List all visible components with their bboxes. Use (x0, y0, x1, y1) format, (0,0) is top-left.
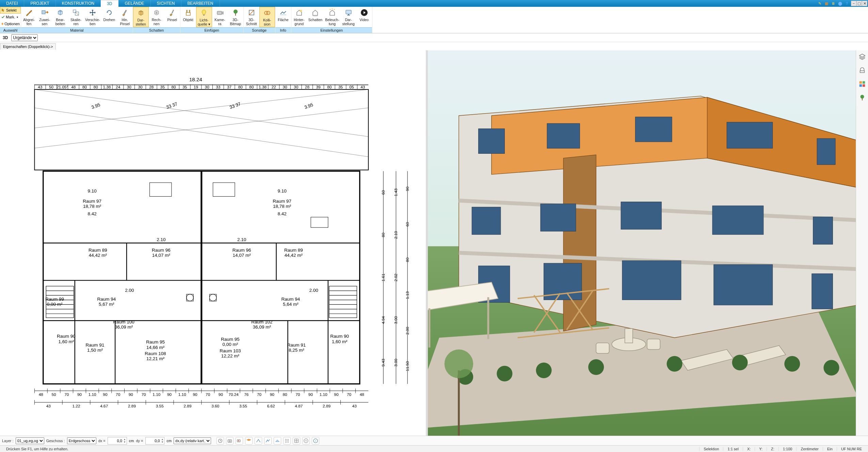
menu-konstruktion[interactable]: KONSTRUKTION (56, 0, 101, 7)
chevron-down-icon: ▾ (17, 16, 18, 19)
record-icon[interactable] (236, 437, 243, 445)
minimize-icon[interactable]: − (851, 1, 856, 6)
tool-icon-3[interactable]: 🗎 (831, 1, 836, 6)
optionen-button[interactable]: Optionen (0, 20, 21, 27)
layers-icon[interactable] (858, 52, 867, 61)
grid-dots-icon[interactable] (283, 437, 291, 445)
properties-tab[interactable]: Eigenschaften (Doppelklick)-> (0, 43, 56, 50)
ribbon-bearbeiten[interactable]: Bear-beiten (52, 7, 68, 27)
menu-bearbeiten[interactable]: BEARBEITEN (181, 0, 220, 7)
geschoss-select[interactable]: Erdgeschoss (67, 437, 96, 444)
layers-toggle-icon[interactable] (245, 437, 253, 445)
ribbon-hintergrund[interactable]: Hinter-grund (291, 7, 307, 27)
ribbon-objekt[interactable]: Objekt (180, 7, 196, 27)
svg-text:05: 05 (350, 85, 354, 89)
menu-datei[interactable]: DATEI (0, 0, 24, 7)
tool-icon-2[interactable]: ▦ (824, 1, 829, 6)
ribbon-pinsel[interactable]: Pinsel (164, 7, 180, 27)
status-ein: Ein (823, 447, 837, 451)
restore-icon[interactable]: ▢ (856, 1, 862, 6)
view-tools: N i (216, 437, 319, 445)
svg-rect-281 (727, 122, 773, 148)
svg-rect-303 (625, 329, 633, 343)
svg-text:1.10: 1.10 (152, 392, 160, 397)
tree-icon[interactable] (858, 93, 867, 102)
tool-icon-4[interactable]: ⬤ (837, 1, 843, 6)
svg-point-314 (785, 356, 800, 372)
group-label-auswahl: Auswahl (0, 27, 21, 33)
menu-projekt[interactable]: PROJEKT (24, 0, 55, 7)
north-icon[interactable]: N (302, 437, 310, 445)
ribbon-video[interactable]: Video (356, 7, 372, 27)
coord-mode-select[interactable]: dx,dy (relativ kart.) (174, 437, 211, 444)
menu-3d[interactable]: 3D (101, 0, 118, 7)
section-icon (247, 8, 256, 17)
snap-icon[interactable] (255, 437, 262, 445)
3d-viewport[interactable] (428, 50, 856, 436)
play-icon (359, 8, 369, 17)
ribbon-lichtquelle[interactable]: Licht-quelle ▾ (196, 7, 212, 27)
svg-text:48: 48 (39, 392, 44, 397)
svg-point-329 (285, 439, 286, 440)
status-flags: UF NUM RE (837, 447, 866, 451)
svg-point-313 (732, 355, 748, 370)
ribbon-hinpinsel[interactable]: Hin.Pinsel (117, 7, 133, 27)
svg-text:1,50 m²: 1,50 m² (87, 348, 103, 353)
layer-select[interactable]: 01_ug,eg,og (16, 437, 44, 444)
ribbon-verschieben[interactable]: Verschie-ben (84, 7, 101, 27)
snapshot-icon[interactable] (226, 437, 234, 445)
svg-point-335 (285, 442, 286, 442)
svg-text:30: 30 (127, 85, 132, 89)
svg-text:48: 48 (360, 392, 365, 397)
grid-lines-icon[interactable] (293, 437, 300, 445)
ribbon-kollision[interactable]: Kolli-sion (259, 7, 275, 27)
ribbon-rechnen[interactable]: ΣRech-nen (149, 7, 164, 27)
ribbon-skalieren[interactable]: Skalie-ren (68, 7, 84, 27)
svg-point-311 (588, 359, 604, 375)
svg-text:Raum 97: Raum 97 (273, 199, 291, 204)
ribbon-3d-schnitt[interactable]: 3D-Schnitt (244, 7, 259, 27)
ribbon-3d-bitmap[interactable]: 3D-Bitmap (228, 7, 243, 27)
menu-gelaende[interactable]: GELÄNDE (118, 0, 150, 7)
close-icon[interactable]: ✕ (862, 1, 867, 6)
svg-point-337 (288, 442, 289, 442)
help-icon[interactable]: ? (844, 1, 850, 6)
house-shadow-icon (310, 8, 320, 17)
svg-text:2.89: 2.89 (128, 404, 136, 408)
mode-label: 3D (1, 35, 9, 40)
svg-text:3.55: 3.55 (156, 404, 164, 408)
furniture-icon[interactable] (858, 66, 867, 75)
context-bar: 3D Urgelände Eigenschaften (Doppelklick)… (0, 33, 868, 50)
svg-text:Raum 96: Raum 96 (152, 248, 171, 253)
plane-icon[interactable] (274, 437, 281, 445)
svg-rect-19 (347, 15, 350, 16)
ribbon-zuweisen[interactable]: Zuwei-sen (37, 7, 52, 27)
mark-button[interactable]: Mark.▾ (0, 14, 21, 20)
svg-rect-278 (479, 129, 505, 153)
ribbon-drehen[interactable]: Drehen (101, 7, 117, 27)
ribbon-darstellung[interactable]: Dar-stellung (341, 7, 356, 27)
svg-rect-0 (42, 11, 45, 14)
dx-input[interactable]: ▲▼ (108, 437, 127, 445)
ribbon-beleuchtung[interactable]: Beleuch-tung (324, 7, 340, 27)
selekt-button[interactable]: Selekt (0, 7, 21, 14)
dy-input[interactable]: ▲▼ (145, 437, 165, 445)
ribbon-abgreifen[interactable]: Abgrei-fen (21, 7, 37, 27)
tool-icon-1[interactable]: ✎ (817, 1, 822, 6)
bottom-toolbar: Layer : 01_ug,eg,og Geschoss : Erdgescho… (0, 436, 868, 445)
ribbon-kamera[interactable]: Kame-ra (212, 7, 228, 27)
history-icon[interactable] (216, 437, 224, 445)
menu-sichten[interactable]: SICHTEN (151, 0, 181, 7)
ribbon-flaeche[interactable]: Fläche (275, 7, 291, 27)
svg-text:6.62: 6.62 (267, 404, 275, 408)
info-icon[interactable]: i (312, 437, 319, 445)
svg-text:4.87: 4.87 (295, 404, 303, 408)
floorplan-viewport[interactable]: 18.24 435021.05°4880801.3824303028358035… (0, 50, 428, 436)
svg-text:43: 43 (352, 404, 357, 408)
ribbon-schatten[interactable]: Schatten (307, 7, 324, 27)
terrain-dropdown[interactable]: Urgelände (11, 34, 38, 41)
ribbon-darstellen[interactable]: Dar-stellen (133, 7, 149, 27)
svg-text:44,42 m²: 44,42 m² (285, 253, 303, 258)
color-swatch-icon[interactable] (858, 80, 867, 88)
snap2-icon[interactable] (264, 437, 272, 445)
